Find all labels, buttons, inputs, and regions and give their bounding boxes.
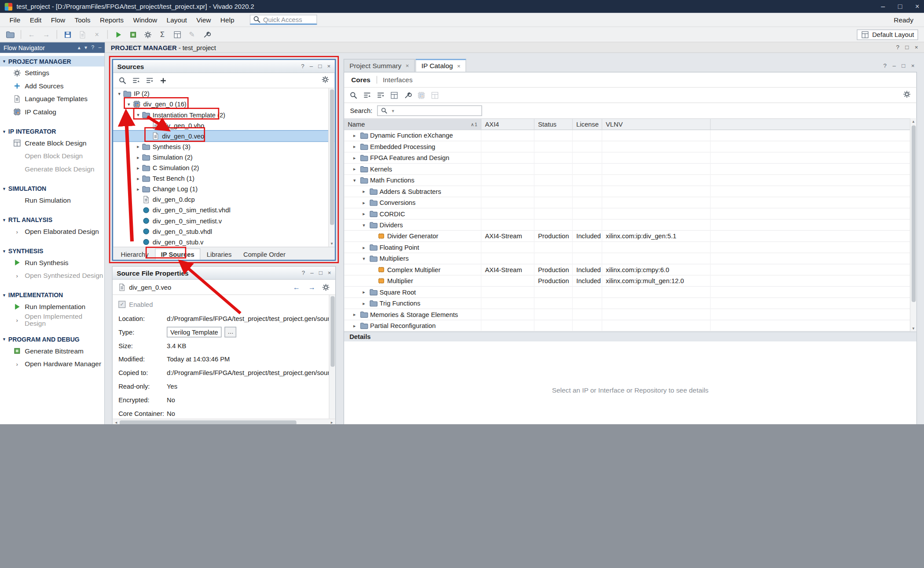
sources-panel-header[interactable]: Sources ? – □ × — [113, 60, 335, 73]
tab-ip-catalog[interactable]: IP Catalog× — [415, 59, 466, 72]
close-tab-icon[interactable]: × — [406, 62, 409, 69]
expand-icon[interactable]: ▾ — [134, 112, 142, 117]
panel-float-icon[interactable]: □ — [319, 269, 323, 276]
menu-reports[interactable]: Reports — [95, 15, 128, 25]
sidebar-item-add-sources[interactable]: Add Sources — [0, 80, 104, 92]
minimize-button[interactable]: – — [881, 2, 885, 11]
enabled-checkbox[interactable]: ✓ — [118, 301, 125, 308]
details-toggle-icon[interactable] — [431, 91, 439, 99]
catalog-row[interactable]: ▸Conversions — [344, 197, 916, 208]
catalog-row[interactable]: ▸Kernels — [344, 164, 916, 175]
panel-help-icon[interactable]: ? — [884, 62, 887, 69]
tab-compile-order[interactable]: Compile Order — [238, 249, 291, 260]
expand-all-icon[interactable] — [146, 76, 154, 84]
tree-item-ip[interactable]: ▾IP (2) — [113, 88, 335, 99]
tree-item-div-gen-0[interactable]: ▾div_gen_0 (16) — [113, 99, 335, 109]
tree-item-simulation[interactable]: ▸Simulation (2) — [113, 152, 335, 163]
catalog-row[interactable]: ▸CORDIC — [344, 208, 916, 219]
section-synthesis[interactable]: ▾SYNTHESIS — [0, 245, 104, 256]
menu-window[interactable]: Window — [128, 15, 162, 25]
catalog-row[interactable]: ▸Partial Reconfiguration — [344, 320, 916, 331]
sidebar-item-run-synthesis[interactable]: Run Synthesis — [0, 256, 104, 269]
column-name[interactable]: Name∧1 — [344, 119, 481, 130]
close-tab-icon[interactable]: × — [457, 63, 461, 69]
previous-icon[interactable]: ← — [291, 282, 302, 292]
sidebar-item-run-implementation[interactable]: Run Implementation — [0, 300, 104, 313]
catalog-row[interactable]: ▾Dividers — [344, 220, 916, 231]
section-project-manager[interactable]: ▾PROJECT MANAGER — [0, 56, 104, 66]
catalog-search-input[interactable]: ▾ — [377, 106, 482, 116]
expand-icon[interactable]: ▾ — [115, 91, 123, 96]
menu-flow[interactable]: Flow — [46, 15, 70, 25]
search-icon[interactable] — [118, 76, 127, 84]
group-by-icon[interactable] — [390, 91, 399, 99]
menu-edit[interactable]: Edit — [25, 15, 46, 25]
properties-vertical-scrollbar[interactable] — [329, 295, 335, 419]
flownav-collapse-icon[interactable]: ▴ — [78, 45, 81, 51]
catalog-row[interactable]: ▸FPGA Features and Design — [344, 153, 916, 164]
catalog-row[interactable]: MultiplierProductionIncludedxilinx.com:i… — [344, 276, 916, 287]
tree-item-div-gen-0-veo[interactable]: div_gen_0.veo — [113, 131, 335, 141]
reports-icon[interactable]: Σ — [156, 29, 169, 40]
redo-icon[interactable]: → — [40, 29, 53, 40]
properties-panel-header[interactable]: Source File Properties ? – □ × — [113, 267, 335, 280]
tree-item-instantiation-template[interactable]: ▾Instantiation Template (2) — [113, 109, 335, 120]
delete-icon[interactable]: × — [90, 29, 104, 40]
tab-cores[interactable]: Cores — [351, 76, 370, 83]
debug-icon[interactable] — [200, 29, 213, 40]
sidebar-item-open-synthesized-design[interactable]: ›Open Synthesized Design — [0, 269, 104, 282]
catalog-row[interactable]: Complex MultiplierAXI4-StreamProductionI… — [344, 264, 916, 275]
expand-icon[interactable]: ▸ — [134, 186, 142, 192]
panel-minimize-icon[interactable]: – — [310, 63, 313, 69]
sidebar-item-generate-block-design[interactable]: Generate Block Design — [0, 163, 104, 175]
flownav-help-icon[interactable]: ? — [92, 45, 95, 51]
settings-gear-icon[interactable] — [322, 283, 330, 291]
panel-minimize-icon[interactable]: – — [310, 269, 313, 276]
column-axi4[interactable]: AXI4 — [481, 119, 535, 130]
catalog-row[interactable]: ▸Square Root — [344, 287, 916, 298]
catalog-row[interactable]: ▸Dynamic Function eXchange — [344, 130, 916, 141]
tree-item-sim-netlist-v[interactable]: div_gen_0_sim_netlist.v — [113, 215, 335, 226]
sidebar-item-run-simulation[interactable]: Run Simulation — [0, 194, 104, 207]
settings-icon[interactable] — [141, 29, 154, 40]
panel-close-icon[interactable]: × — [911, 62, 915, 69]
edit-icon[interactable]: ✎ — [185, 29, 199, 40]
menu-view[interactable]: View — [192, 15, 216, 25]
collapse-all-icon[interactable] — [132, 76, 140, 84]
catalog-row[interactable]: ▾Multipliers — [344, 253, 916, 264]
tree-item-synthesis[interactable]: ▸Synthesis (3) — [113, 141, 335, 152]
column-license[interactable]: License — [573, 119, 602, 130]
section-rtl-analysis[interactable]: ▾RTL ANALYSIS — [0, 214, 104, 225]
copy-icon[interactable] — [75, 29, 89, 40]
search-icon[interactable] — [349, 91, 358, 99]
column-vlnv[interactable]: VLNV — [602, 119, 711, 130]
panel-close-icon[interactable]: × — [327, 63, 331, 69]
context-help-icon[interactable]: ? — [896, 44, 899, 51]
section-ip-integrator[interactable]: ▾IP INTEGRATOR — [0, 126, 104, 137]
context-restore-icon[interactable]: □ — [905, 44, 909, 51]
catalog-row[interactable]: ▸Trig Functions — [344, 298, 916, 309]
tab-interfaces[interactable]: Interfaces — [383, 76, 413, 83]
sidebar-item-generate-bitstream[interactable]: Generate Bitstream — [0, 344, 104, 357]
tree-item-sim-netlist-vhdl[interactable]: div_gen_0_sim_netlist.vhdl — [113, 205, 335, 215]
details-header[interactable]: Details — [344, 331, 916, 342]
type-more-button[interactable]: … — [224, 327, 236, 337]
menu-file[interactable]: File — [5, 15, 25, 25]
tab-ip-sources[interactable]: IP Sources — [155, 248, 200, 259]
flownav-menu-icon[interactable]: ▾ — [84, 45, 87, 51]
expand-icon[interactable]: ▸ — [134, 176, 142, 181]
tree-item-change-log[interactable]: ▸Change Log (1) — [113, 184, 335, 194]
add-sources-icon[interactable] — [159, 76, 168, 84]
tree-item-c-simulation[interactable]: ▸C Simulation (2) — [113, 163, 335, 173]
quick-access-search[interactable]: Quick Access — [249, 15, 317, 25]
menu-layout[interactable]: Layout — [162, 15, 192, 25]
settings-gear-icon[interactable] — [903, 90, 911, 98]
section-simulation[interactable]: ▾SIMULATION — [0, 183, 104, 194]
tab-hierarchy[interactable]: Hierarchy — [115, 249, 154, 260]
sidebar-item-ip-catalog[interactable]: IP Catalog — [0, 106, 104, 118]
sidebar-item-open-implemented-design[interactable]: ›Open Implemented Design — [0, 313, 104, 326]
program-device-icon[interactable] — [126, 29, 140, 40]
tree-item-stub-vhdl[interactable]: div_gen_0_stub.vhdl — [113, 226, 335, 237]
section-implementation[interactable]: ▾IMPLEMENTATION — [0, 290, 104, 300]
catalog-row[interactable]: ▸Floating Point — [344, 242, 916, 253]
